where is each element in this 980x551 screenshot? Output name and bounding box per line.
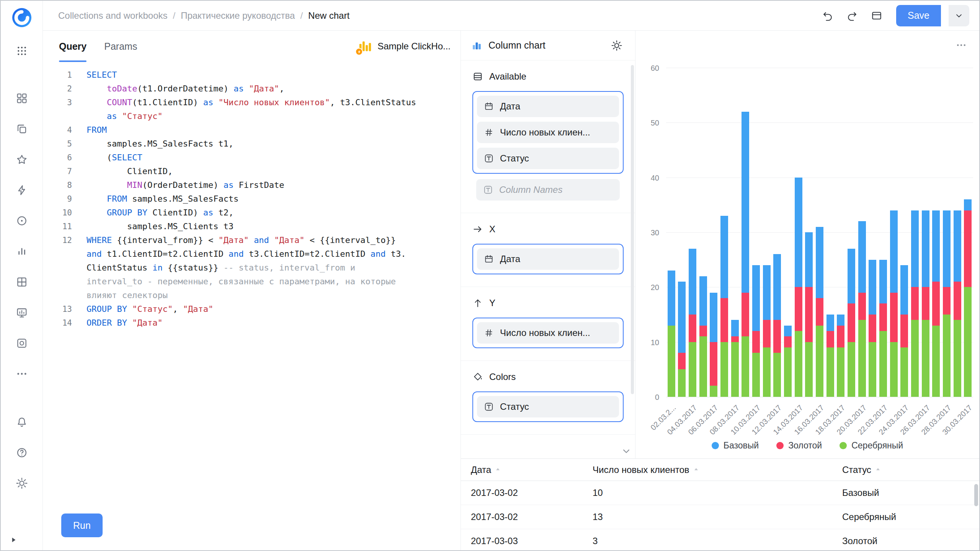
table-header-row: ДатаЧисло новых клиентовСтатус [461, 459, 979, 481]
legend-item[interactable]: Базовый [712, 440, 759, 451]
bar-26.03.2017[interactable] [922, 210, 929, 397]
chart-settings-button[interactable] [608, 37, 625, 54]
expand-sidebar-button[interactable] [7, 533, 20, 546]
legend-item[interactable]: Серебряный [840, 440, 903, 451]
code-line: 14ORDER BY "Дата" [48, 316, 457, 330]
chevron-down-icon [954, 11, 964, 21]
bar-11.03.2017[interactable] [763, 265, 771, 397]
bar-08.03.2017[interactable] [731, 320, 739, 397]
tab-params[interactable]: Params [104, 31, 137, 62]
sidebar-item-help[interactable] [11, 443, 32, 462]
legend-item[interactable]: Золотой [776, 440, 822, 451]
save-button[interactable]: Save [896, 5, 941, 26]
sql-editor[interactable]: 1SELECT2 toDate(t1.OrderDatetime) as "Да… [43, 62, 461, 550]
breadcrumb-item[interactable]: Практические руководства [181, 10, 295, 21]
sidebar-item-notifications[interactable] [11, 412, 32, 432]
bar-16.03.2017[interactable] [816, 227, 823, 397]
bar-27.03.2017[interactable] [932, 210, 940, 397]
scroll-down-icon[interactable] [621, 445, 632, 457]
x-section-icon [472, 224, 483, 235]
sidebar-item-storage[interactable] [11, 334, 32, 353]
bar-10.03.2017[interactable] [752, 265, 760, 397]
legend-dot [712, 442, 719, 449]
legend-label: Базовый [724, 440, 759, 451]
bar-13.03.2017[interactable] [784, 326, 792, 397]
bar-15.03.2017[interactable] [805, 232, 813, 397]
legend-label: Золотой [788, 440, 822, 451]
bar-segment [943, 287, 951, 315]
bar-segment [858, 221, 866, 292]
bar-segment [911, 210, 919, 287]
shelf-scrollbar[interactable] [631, 65, 634, 394]
bar-04.03.2017[interactable] [689, 249, 696, 397]
save-menu-button[interactable] [949, 5, 969, 26]
sidebar-item-connections[interactable] [11, 181, 32, 200]
sidebar-item-favorites[interactable] [11, 150, 32, 169]
ellipsis-icon [956, 39, 967, 51]
column-header[interactable]: Число новых клиентов [593, 465, 842, 475]
bar-segment [816, 298, 823, 326]
line-number: 11 [48, 220, 87, 233]
sidebar-item-settings[interactable] [11, 474, 32, 493]
table-scrollbar[interactable] [974, 484, 978, 506]
bar-30.03.2017[interactable] [964, 199, 972, 397]
bar-19.03.2017[interactable] [848, 249, 855, 397]
field-chip[interactable]: Дата [477, 96, 619, 117]
bar-09.03.2017[interactable] [742, 112, 749, 397]
sidebar-item-collections[interactable] [11, 89, 32, 108]
field-chip[interactable]: Дата [477, 248, 619, 270]
bar-17.03.2017[interactable] [826, 315, 834, 397]
bar-segment [922, 210, 929, 287]
bar-23.03.2017[interactable] [890, 210, 898, 397]
datalens-logo[interactable] [11, 7, 33, 28]
chart-type-label[interactable]: Column chart [488, 40, 546, 51]
panel-toggle-button[interactable] [868, 7, 885, 24]
bar-22.03.2017[interactable] [879, 260, 887, 397]
column-header[interactable]: Дата [471, 465, 593, 475]
bar-24.03.2017[interactable] [900, 265, 908, 397]
bar-14.03.2017[interactable] [795, 178, 802, 397]
bar-25.03.2017[interactable] [911, 210, 919, 397]
bar-segment [964, 210, 972, 287]
bar-02.03.2017[interactable] [668, 271, 675, 397]
run-button[interactable]: Run [61, 514, 103, 537]
gridline [666, 68, 973, 68]
field-chip[interactable]: Статус [477, 148, 619, 169]
bar-05.03.2017[interactable] [699, 276, 707, 397]
field-chip[interactable]: Число новых клиен... [477, 322, 619, 344]
sidebar-item-dashboards[interactable] [11, 272, 32, 292]
bar-29.03.2017[interactable] [954, 210, 961, 397]
bar-segment [689, 249, 696, 315]
breadcrumb-item[interactable]: Collections and workbooks [58, 10, 167, 21]
sidebar-item-datasets[interactable] [11, 211, 32, 230]
dataset-chip[interactable]: Sample ClickHo... [358, 39, 451, 54]
sidebar-item-charts[interactable] [11, 242, 32, 261]
sidebar-item-more[interactable] [11, 364, 32, 383]
sidebar-item-workbooks[interactable] [11, 119, 32, 139]
bar-segment [678, 353, 686, 369]
sidebar-item-editor[interactable] [11, 303, 32, 322]
chart-menu-button[interactable] [954, 39, 969, 51]
bar-03.03.2017[interactable] [678, 282, 686, 397]
bar-21.03.2017[interactable] [869, 260, 876, 397]
bar-12.03.2017[interactable] [773, 254, 781, 397]
field-chip[interactable]: Число новых клиен... [477, 122, 619, 143]
bar-28.03.2017[interactable] [943, 210, 951, 397]
bar-18.03.2017[interactable] [837, 315, 844, 397]
column-header[interactable]: Статус [842, 465, 979, 475]
field-chip-label: Число новых клиен... [500, 127, 590, 138]
tab-query[interactable]: Query [59, 31, 87, 62]
app-switcher-button[interactable] [11, 41, 32, 60]
bar-segment [699, 326, 707, 337]
redo-button[interactable] [843, 7, 861, 24]
bar-06.03.2017[interactable] [710, 293, 717, 397]
undo-button[interactable] [819, 7, 836, 24]
sort-icon [875, 467, 881, 473]
line-number: 8 [48, 178, 87, 192]
field-chip[interactable]: Статус [477, 396, 619, 417]
bar-segment [795, 178, 802, 287]
bar-20.03.2017[interactable] [858, 221, 866, 397]
legend-label: Серебряный [851, 440, 903, 451]
bar-segment [742, 112, 749, 293]
bar-07.03.2017[interactable] [720, 216, 728, 397]
